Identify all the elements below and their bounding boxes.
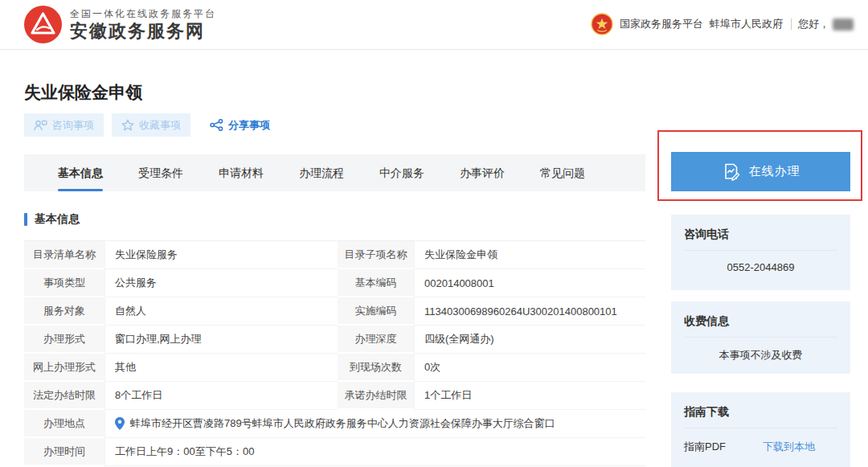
address-text: 蚌埠市经开区曹凌路789号蚌埠市人民政府政务服务中心人力资源社会保障办事大厅综合… [130,416,555,431]
table-row: 网上办理形式 其他 到现场次数 0次 [24,354,645,382]
table-value: 失业保险金申领 [414,241,645,269]
item-actions: 咨询事项 收藏事项 分享事项 [24,113,273,137]
greeting-text: 您好， [798,17,829,31]
table-row-address: 办理地点 蚌埠市经开区曹凌路789号蚌埠市人民政府政务服务中心人力资源社会保障办… [24,410,645,438]
table-label: 办理形式 [24,326,104,354]
section-accent-bar [24,213,27,226]
table-value: 1个工作日 [414,382,645,410]
table-value-time: 工作日上午9：00至下午5：00 [104,438,645,466]
section-header: 基本信息 [24,212,80,227]
tab-intermediary-services[interactable]: 中介服务 [362,154,442,191]
guide-pdf-label: 指南PDF [684,440,726,454]
table-value: 失业保险服务 [104,241,338,269]
card-title: 收费信息 [684,301,837,338]
fee-info-text: 本事项不涉及收费 [684,338,837,363]
tab-label: 办事评价 [460,166,505,179]
table-label: 基本编码 [338,269,414,297]
tab-handling-process[interactable]: 办理流程 [281,154,362,191]
table-label: 目录清单名称 [24,241,104,269]
table-label: 到现场次数 [338,354,414,382]
national-emblem-icon [591,13,613,35]
table-label: 网上办理形式 [24,354,104,382]
document-pen-icon [722,162,741,182]
table-value: 其他 [104,354,338,382]
table-value-address: 蚌埠市经开区曹凌路789号蚌埠市人民政府政务服务中心人力资源社会保障办事大厅综合… [104,410,645,438]
table-value: 8个工作日 [104,382,338,410]
online-apply-label: 在线办理 [749,164,800,179]
link-national-platform[interactable]: 国家政务服务平台 [620,17,703,31]
table-label: 法定办结时限 [24,382,104,410]
table-value: 0次 [414,354,645,382]
tab-bar: 基本信息 受理条件 申请材料 办理流程 中介服务 办事评价 常见问题 [24,154,645,191]
online-apply-button[interactable]: 在线办理 [671,152,850,191]
tab-application-materials[interactable]: 申请材料 [201,154,281,191]
consult-item-button[interactable]: 咨询事项 [24,113,104,137]
table-label: 目录子项名称 [338,241,414,269]
share-icon [210,119,223,131]
table-label: 实施编码 [338,297,414,326]
tab-acceptance-conditions[interactable]: 受理条件 [121,154,201,191]
table-row-time: 办理时间 工作日上午9：00至下午5：00 [24,438,645,466]
table-label: 事项类型 [24,269,104,297]
table-label: 服务对象 [24,297,104,326]
table-row: 事项类型 公共服务 基本编码 002014008001 [24,269,645,297]
username-redacted[interactable] [833,18,854,31]
table-label: 办理深度 [338,326,414,354]
card-title: 咨询电话 [684,215,837,251]
brand-logo-group[interactable]: 全国一体化在线政务服务平台 安徽政务服务网 [24,6,216,43]
consult-phone-number: 0552-2044869 [684,251,837,273]
table-value: 窗口办理,网上办理 [104,326,338,354]
table-row: 服务对象 自然人 实施编码 11340300698960264U30020140… [24,297,645,326]
table-row: 法定办结时限 8个工作日 承诺办结时限 1个工作日 [24,382,645,410]
table-value: 四级(全网通办) [414,326,645,354]
star-icon [121,119,134,131]
table-value: 自然人 [104,297,338,326]
header-divider [791,18,792,30]
table-label: 办理时间 [24,438,104,466]
page-title: 失业保险金申领 [24,81,142,104]
table-value: 公共服务 [104,269,338,297]
table-label: 承诺办结时限 [338,382,414,410]
card-title: 指南下载 [684,392,837,428]
table-row: 目录清单名称 失业保险服务 目录子项名称 失业保险金申领 [24,241,645,269]
link-city-government[interactable]: 蚌埠市人民政府 [710,17,783,31]
tab-basic-info[interactable]: 基本信息 [40,154,121,191]
guide-download-card: 指南下载 指南PDF 下载到本地 [671,392,850,467]
guide-download-row: 指南PDF 下载到本地 [684,428,837,454]
tab-service-evaluation[interactable]: 办事评价 [442,154,522,191]
share-item-label: 分享事项 [228,118,270,133]
favorite-item-label: 收藏事项 [139,118,181,133]
basic-info-table: 目录清单名称 失业保险服务 目录子项名称 失业保险金申领 事项类型 公共服务 基… [24,240,645,466]
site-name: 安徽政务服务网 [70,20,216,43]
tab-label: 办理流程 [299,166,344,179]
location-pin-icon [115,417,125,430]
tab-label: 常见问题 [540,166,585,179]
tab-label: 申请材料 [219,166,264,179]
fee-info-card: 收费信息 本事项不涉及收费 [671,301,850,374]
tab-label: 受理条件 [138,166,183,179]
consult-phone-card: 咨询电话 0552-2044869 [671,215,850,290]
tab-faq[interactable]: 常见问题 [522,154,603,191]
consult-item-label: 咨询事项 [52,118,94,133]
download-local-link[interactable]: 下载到本地 [763,440,815,454]
user-bar: 国家政务服务平台 蚌埠市人民政府 您好， [591,13,854,35]
app-root: 全国一体化在线政务服务平台 安徽政务服务网 国家政务服务平台 蚌埠市人民政府 您… [0,0,868,467]
tab-label: 中介服务 [379,166,424,179]
section-title: 基本信息 [35,212,80,227]
table-row: 办理形式 窗口办理,网上办理 办理深度 四级(全网通办) [24,326,645,354]
table-value: 11340300698960264U300201400800101 [414,297,645,326]
share-item-button[interactable]: 分享事项 [207,113,273,137]
site-logo-icon [24,6,62,43]
consult-person-icon [34,120,47,131]
tab-label: 基本信息 [58,166,103,179]
platform-tagline: 全国一体化在线政务服务平台 [70,7,216,20]
favorite-item-button[interactable]: 收藏事项 [112,113,190,137]
site-header: 全国一体化在线政务服务平台 安徽政务服务网 国家政务服务平台 蚌埠市人民政府 您… [0,0,868,50]
table-value: 002014008001 [414,269,645,297]
table-label: 办理地点 [24,410,104,438]
